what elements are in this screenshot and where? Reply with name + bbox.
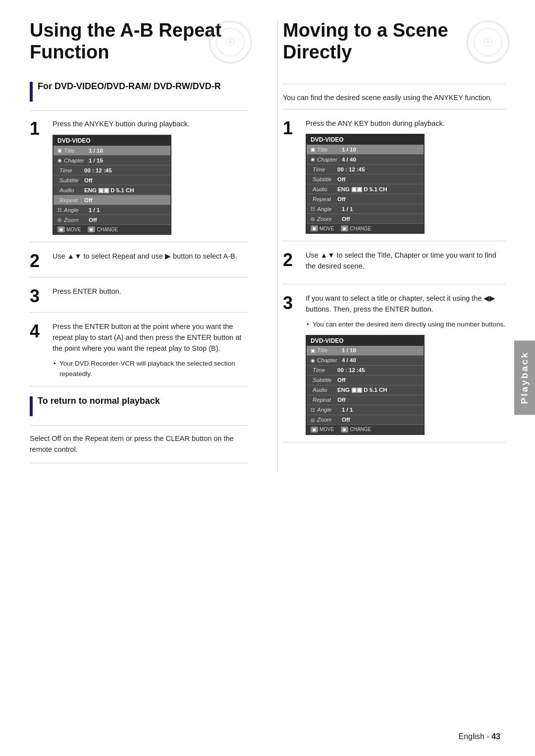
return-bottom-divider [30,463,248,463]
r2-dvd-row-repeat: Repeat Off [307,395,424,405]
step-2-text: Use ▲▼ to select Repeat and use ▶ button… [53,251,248,262]
step-3-text: Press ENTER button. [53,286,248,297]
step-3-content: Press ENTER button. [53,286,248,302]
right-step-1: 1 Press the ANY KEY button during playba… [283,118,505,242]
svg-point-7 [486,41,489,44]
right-title-line2: Directly [283,42,352,62]
right-dvd-box-2: DVD-VIDEO ▣ Title 1 / 10 ◉ Chapter 4 / 4… [306,335,425,435]
dvd-row-audio: Audio ENG ▣▣ D 5.1 CH [54,185,170,195]
blue-bar [30,82,33,102]
r2-dvd-row-chapter: ◉ Chapter 4 / 40 [307,356,424,366]
right-step-1-content: Press the ANY KEY button during playback… [306,118,505,234]
return-blue-bar [30,396,33,416]
left-disc-decoration [208,20,253,64]
left-dvd-box-1-title: DVD-VIDEO [54,136,170,146]
right-step-2: 2 Use ▲▼ to select the Title, Chapter or… [283,250,505,284]
right-step-1-number: 1 [283,119,297,137]
dvd-row-repeat: Repeat Off [54,195,170,205]
r1-footer-move: ▣ MOVE [311,225,334,231]
left-subheading-text: For DVD-VIDEO/DVD-RAM/ DVD-RW/DVD-R [38,81,221,92]
return-heading-text: To return to normal playback [38,395,160,407]
right-title-wrap: Moving to a Scene Directly [283,20,505,76]
r2-footer-change: ▣ CHANGE [341,427,371,432]
right-step-3-content: If you want to select a title or chapter… [306,293,505,435]
r2-dvd-row-time: Time 00 : 12 :45 [307,366,424,376]
r1-dvd-row-audio: Audio ENG ▣▣ D 5.1 CH [307,184,424,194]
right-top-divider [283,84,505,84]
r1-dvd-row-angle: ☷ Angle 1 / 1 [307,204,424,214]
left-dvd-box-1: DVD-VIDEO ▣ Title 1 / 10 ◉ Chapter 1 / 1… [53,135,171,235]
r1-dvd-row-zoom: ◎ Zoom Off [307,214,424,224]
page-number-area: English - 43 [459,732,501,741]
r1-dvd-row-subtitle: Subtitle Off [307,174,424,184]
title-icon: ▣ [57,148,62,153]
left-step-2: 2 Use ▲▼ to select Repeat and use ▶ butt… [30,251,248,277]
right-step-3-text: If you want to select a title or chapter… [306,293,505,315]
r1-footer-change: ▣ CHANGE [341,225,371,231]
step-2-content: Use ▲▼ to select Repeat and use ▶ button… [53,251,248,267]
right-column: Moving to a Scene Directly You can find … [277,20,505,471]
right-dvd-box-1-title: DVD-VIDEO [307,135,424,145]
step-1-content: Press the ANYKEY button during playback.… [53,119,248,235]
step-4-number: 4 [30,323,44,340]
left-title-line1: Using the A-B Repeat [30,20,221,41]
left-step-4: 4 Press the ENTER button at the point wh… [30,322,248,386]
right-step-2-number: 2 [283,251,297,269]
footer-change: ▣ CHANGE [88,226,118,232]
step-4-bullet: Your DVD Recorder-VCR will playback the … [53,359,248,379]
step-4-text: Press the ENTER button at the point wher… [53,322,248,354]
step-1-number: 1 [30,120,44,138]
return-text: Select Off on the Repeat item or press t… [30,433,248,455]
playback-sidebar-tab: Playback [514,340,535,415]
footer-move: ▣ MOVE [57,226,81,232]
dvd-row-zoom: ◎ Zoom Off [54,215,170,225]
r2-footer-move: ▣ MOVE [311,427,334,432]
return-heading-wrap: To return to normal playback [30,395,248,416]
left-dvd-box-1-footer: ▣ MOVE ▣ CHANGE [54,225,170,234]
r2-dvd-row-subtitle: Subtitle Off [307,376,424,385]
r2-dvd-row-angle: ☷ Angle 1 / 1 [307,405,424,415]
step-1-text: Press the ANYKEY button during playback. [53,119,248,130]
r2-dvd-row-zoom: ◎ Zoom Off [307,415,424,425]
right-dvd-box-1-footer: ▣ MOVE ▣ CHANGE [307,224,424,233]
left-step-1: 1 Press the ANYKEY button during playbac… [30,119,248,242]
right-intro: You can find the desired scene easily us… [283,92,505,109]
right-step-1-text: Press the ANY KEY button during playback… [306,118,505,129]
r2-dvd-row-audio: Audio ENG ▣▣ D 5.1 CH [307,385,424,395]
right-step-2-text: Use ▲▼ to select the Title, Chapter or t… [306,250,505,272]
right-step-3-number: 3 [283,294,297,312]
return-divider [30,425,248,426]
return-section: To return to normal playback Select Off … [30,395,248,464]
r1-dvd-row-repeat: Repeat Off [307,194,424,204]
dvd-row-angle: ☷ Angle 1 / 1 [54,205,170,215]
r1-dvd-row-time: Time 00 : 12 :45 [307,164,424,174]
r2-dvd-row-title: ▣ Title 1 / 10 [307,346,424,356]
dvd-row-subtitle: Subtitle Off [54,175,170,185]
right-disc-decoration [466,20,510,64]
right-title-line1: Moving to a Scene [283,20,448,41]
step-3-number: 3 [30,287,44,305]
svg-point-3 [229,41,232,44]
right-step-2-content: Use ▲▼ to select the Title, Chapter or t… [306,250,505,277]
left-step-3: 3 Press ENTER button. [30,286,248,313]
page-label: English - [459,732,489,741]
dvd-row-chapter: ◉ Chapter 1 / 15 [54,156,170,165]
r1-dvd-row-chapter: ◉ Chapter 4 / 40 [307,155,424,164]
left-title-line2: Function [30,42,109,62]
dvd-row-time: Time 00 : 12 :45 [54,165,170,175]
dvd-row-title: ▣ Title 1 / 10 [54,146,170,156]
divider-after-subheading [30,110,248,111]
right-dvd-box-1: DVD-VIDEO ▣ Title 1 / 10 ◉ Chapter 4 / 4… [306,134,425,234]
left-title-wrap: Using the A-B Repeat Function [30,20,248,76]
right-step-3: 3 If you want to select a title or chapt… [283,293,505,442]
left-column: Using the A-B Repeat Function For DVD-VI… [30,20,258,471]
chapter-icon: ◉ [57,158,62,163]
left-subheading: For DVD-VIDEO/DVD-RAM/ DVD-RW/DVD-R [30,81,248,102]
right-step-3-bullet: You can enter the desired item directly … [306,320,505,329]
page-number: 43 [491,732,500,741]
step-4-content: Press the ENTER button at the point wher… [53,322,248,379]
step-2-number: 2 [30,252,44,270]
r1-dvd-row-title: ▣ Title 1 / 10 [307,145,424,155]
right-dvd-box-2-footer: ▣ MOVE ▣ CHANGE [307,425,424,434]
right-dvd-box-2-title: DVD-VIDEO [307,336,424,346]
